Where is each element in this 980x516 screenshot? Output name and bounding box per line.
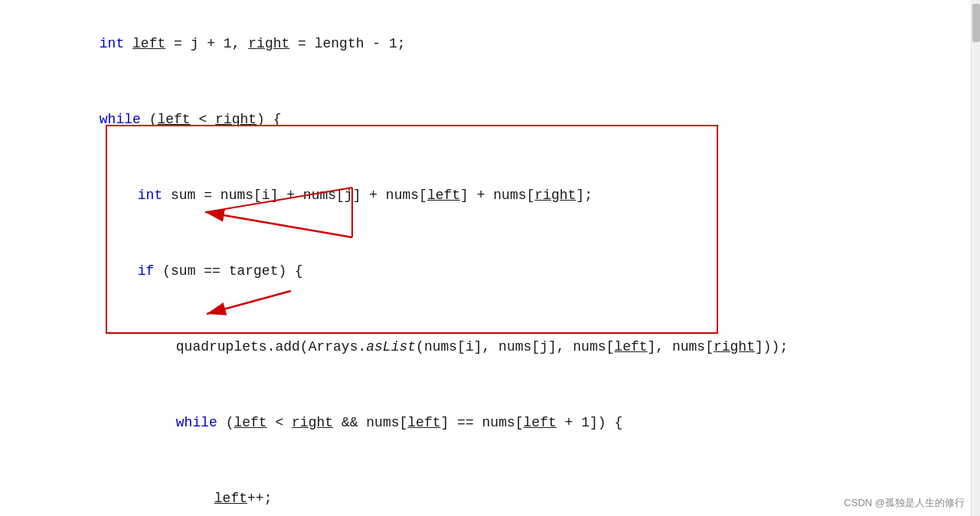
scrollbar-thumb[interactable] bbox=[972, 4, 980, 42]
scrollbar[interactable] bbox=[971, 0, 980, 516]
code-line-4: if (sum == target) { bbox=[11, 234, 957, 309]
code-line-3: int sum = nums[i] + nums[j] + nums[left]… bbox=[11, 158, 957, 234]
code-area: int left = j + 1, right = length - 1; wh… bbox=[0, 0, 969, 516]
code-line-5: quadruplets.add(Arrays.asList(nums[i], n… bbox=[11, 309, 957, 385]
code-line-2: while (left < right) { bbox=[11, 82, 957, 158]
code-line-1: int left = j + 1, right = length - 1; bbox=[11, 6, 957, 82]
code-line-6: while (left < right && nums[left] == num… bbox=[11, 385, 957, 461]
code-line-7: left++; bbox=[11, 461, 957, 516]
footer: CSDN @孤独是人生的修行 bbox=[844, 496, 965, 510]
